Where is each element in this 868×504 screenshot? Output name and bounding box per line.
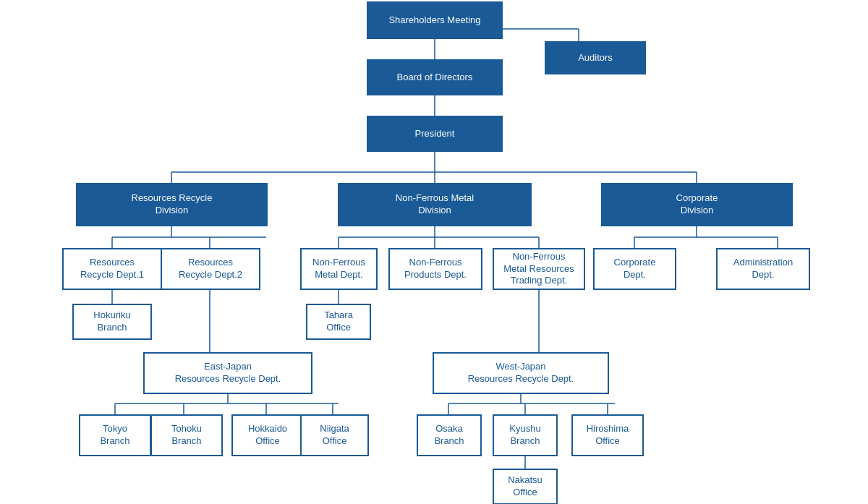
tohoku-branch-label: TohokuBranch	[171, 423, 202, 448]
west-japan-label: West-JapanResources Recycle Dept.	[468, 361, 574, 385]
corporate-dept-box: CorporateDept.	[593, 248, 676, 290]
nf-products-dept-box: Non-FerrousProducts Dept.	[388, 248, 482, 290]
admin-dept-box: AdministrationDept.	[716, 248, 810, 290]
osaka-branch-label: OsakaBranch	[434, 423, 464, 448]
nf-metal-dept-label: Non-FerrousMetal Dept.	[312, 257, 365, 281]
tahara-office-label: TaharaOffice	[324, 309, 353, 334]
president-box: President	[367, 116, 503, 152]
hokkaido-office-box: HokkaidoOffice	[231, 414, 304, 456]
corporate-dept-label: CorporateDept.	[614, 257, 656, 281]
corporate-division-box: CorporateDivision	[601, 183, 793, 226]
west-japan-box: West-JapanResources Recycle Dept.	[433, 352, 609, 394]
osaka-branch-box: OsakaBranch	[417, 414, 482, 456]
nakatsu-office-label: NakatsuOffice	[508, 474, 542, 499]
nf-products-dept-label: Non-FerrousProducts Dept.	[404, 257, 467, 281]
admin-dept-label: AdministrationDept.	[733, 257, 793, 281]
east-japan-box: East-JapanResources Recycle Dept.	[143, 352, 312, 394]
non-ferrous-metal-division-box: Non-Ferrous MetalDivision	[338, 183, 532, 226]
niigata-office-box: NiigataOffice	[300, 414, 369, 456]
tokyo-branch-label: TokyoBranch	[100, 423, 129, 448]
nakatsu-office-box: NakatsuOffice	[493, 469, 558, 504]
rr-dept1-box: ResourcesRecycle Dept.1	[62, 248, 162, 290]
hiroshima-office-box: HiroshimaOffice	[571, 414, 644, 456]
president-label: President	[415, 128, 455, 140]
shareholders-meeting-label: Shareholders Meeting	[388, 14, 480, 27]
hokuriku-branch-box: HokurikuBranch	[72, 304, 152, 340]
board-of-directors-label: Board of Directors	[397, 72, 473, 84]
tahara-office-box: TaharaOffice	[306, 304, 371, 340]
hiroshima-office-label: HiroshimaOffice	[587, 423, 629, 448]
nf-resources-trading-box: Non-FerrousMetal ResourcesTrading Dept.	[493, 248, 585, 290]
board-of-directors-box: Board of Directors	[367, 59, 503, 95]
corporate-division-label: CorporateDivision	[676, 192, 718, 217]
kyushu-branch-label: KyushuBranch	[509, 423, 540, 448]
non-ferrous-metal-division-label: Non-Ferrous MetalDivision	[396, 192, 474, 217]
auditors-label: Auditors	[578, 52, 613, 64]
rr-dept2-label: ResourcesRecycle Dept.2	[179, 257, 242, 281]
tohoku-branch-box: TohokuBranch	[150, 414, 223, 456]
nf-resources-trading-label: Non-FerrousMetal ResourcesTrading Dept.	[503, 251, 574, 288]
auditors-box: Auditors	[545, 41, 646, 74]
shareholders-meeting-box: Shareholders Meeting	[367, 1, 503, 39]
kyushu-branch-box: KyushuBranch	[493, 414, 558, 456]
east-japan-label: East-JapanResources Recycle Dept.	[175, 361, 281, 385]
rr-dept1-label: ResourcesRecycle Dept.1	[80, 257, 144, 281]
resources-recycle-division-box: Resources RecycleDivision	[76, 183, 268, 226]
rr-dept2-box: ResourcesRecycle Dept.2	[161, 248, 260, 290]
hokuriku-branch-label: HokurikuBranch	[93, 309, 130, 334]
resources-recycle-division-label: Resources RecycleDivision	[132, 192, 213, 217]
hokkaido-office-label: HokkaidoOffice	[248, 423, 287, 448]
org-chart: Shareholders Meeting Auditors Board of D…	[0, 0, 868, 22]
niigata-office-label: NiigataOffice	[320, 423, 349, 448]
tokyo-branch-box: TokyoBranch	[79, 414, 151, 456]
nf-metal-dept-box: Non-FerrousMetal Dept.	[300, 248, 378, 290]
